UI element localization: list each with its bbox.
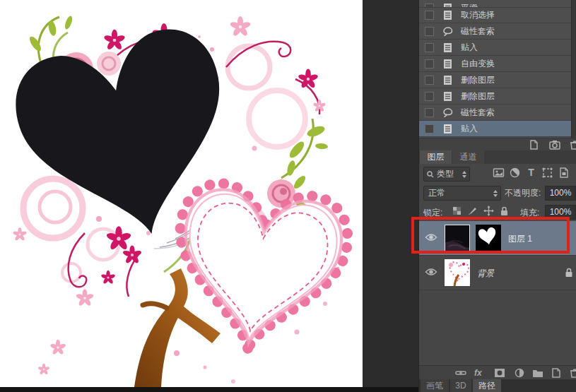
photoshop-window: 平滑 取消选择 磁性套索 贴入 自由变换 xyxy=(0,0,576,392)
history-step-label: 删除图层 xyxy=(461,74,495,86)
filter-type-select[interactable]: 类型 xyxy=(423,167,470,182)
history-panel-footer xyxy=(419,138,576,151)
history-step-label: 贴入 xyxy=(461,42,478,54)
history-step-delete-layer[interactable]: 删除图层 xyxy=(419,88,571,105)
visibility-eye-icon[interactable] xyxy=(425,267,437,277)
filter-type-layers-icon[interactable]: T xyxy=(525,167,537,179)
filter-shape-layers-icon[interactable] xyxy=(541,167,553,179)
link-layers-icon[interactable] xyxy=(455,368,466,378)
opacity-label: 不透明度: xyxy=(505,187,541,199)
tab-brush[interactable]: 画笔 xyxy=(421,379,449,392)
history-step-label: 磁性套索 xyxy=(461,107,495,119)
delete-layer-trash-icon[interactable] xyxy=(569,368,576,378)
blend-mode-row: 正常 不透明度: 100% xyxy=(419,182,576,203)
history-step-label: 磁性套索 xyxy=(461,25,495,37)
lock-transparency-icon[interactable] xyxy=(452,206,462,216)
filter-pixel-layers-icon[interactable] xyxy=(493,167,505,179)
background-lock-icon xyxy=(565,268,573,278)
tab-layers[interactable]: 图层 xyxy=(420,150,452,164)
chevron-updown-icon xyxy=(462,171,466,178)
lasso-icon xyxy=(442,26,453,37)
new-snapshot-camera-icon[interactable] xyxy=(549,140,560,150)
delete-history-trash-icon[interactable] xyxy=(569,140,576,150)
canvas-pasteboard xyxy=(363,0,418,387)
new-group-folder-icon[interactable] xyxy=(532,368,543,378)
layer-name[interactable]: 背景 xyxy=(477,268,494,280)
history-step-label: 自由变换 xyxy=(461,58,495,70)
history-source-checkbox[interactable] xyxy=(425,76,434,85)
search-icon xyxy=(427,171,434,178)
filter-adjustment-layers-icon[interactable] xyxy=(509,167,521,179)
background-thumbnail[interactable] xyxy=(445,259,470,286)
document-icon xyxy=(442,59,453,69)
tab-3d[interactable]: 3D xyxy=(450,379,471,392)
history-step-label: 取消选择 xyxy=(461,9,495,21)
history-source-checkbox[interactable] xyxy=(425,43,434,52)
history-step-paste-into-selected[interactable]: 贴入 xyxy=(419,121,571,137)
history-source-checkbox[interactable] xyxy=(425,124,434,133)
add-layer-mask-icon[interactable] xyxy=(494,368,505,378)
history-scrollbar[interactable] xyxy=(571,0,576,138)
history-step-label: 贴入 xyxy=(461,123,478,135)
history-source-checkbox[interactable] xyxy=(425,27,434,36)
blend-mode-select[interactable]: 正常 xyxy=(423,186,501,201)
history-step-magnetic-lasso[interactable]: 磁性套索 xyxy=(419,23,571,40)
history-source-checkbox[interactable] xyxy=(425,59,434,69)
history-source-checkbox[interactable] xyxy=(425,11,434,20)
history-step-deselect[interactable]: 取消选择 xyxy=(419,7,571,23)
history-panel: 平滑 取消选择 磁性套索 贴入 自由变换 xyxy=(419,0,576,150)
new-layer-icon[interactable] xyxy=(551,368,562,378)
document-icon xyxy=(442,42,453,53)
heart-tree-artwork xyxy=(0,0,363,387)
new-adjustment-layer-icon[interactable] xyxy=(514,368,525,378)
lock-all-icon[interactable] xyxy=(499,206,510,216)
document-canvas[interactable] xyxy=(0,0,363,387)
layer-row-background[interactable]: 背景 xyxy=(419,256,576,290)
tab-channels[interactable]: 通道 xyxy=(452,150,484,164)
opacity-value[interactable]: 100% xyxy=(545,186,576,201)
blend-mode-value: 正常 xyxy=(428,187,445,199)
history-source-checkbox[interactable] xyxy=(425,108,434,117)
new-document-from-state-icon[interactable] xyxy=(528,140,539,150)
history-step-free-transform[interactable]: 自由变换 xyxy=(419,56,571,72)
history-source-checkbox[interactable] xyxy=(425,92,434,101)
filter-type-label: 类型 xyxy=(437,168,454,180)
tab-paths[interactable]: 路径 xyxy=(473,379,501,392)
document-icon xyxy=(442,75,453,85)
lasso-icon xyxy=(442,107,453,118)
document-icon xyxy=(442,10,453,20)
layer-style-fx-icon[interactable]: fx xyxy=(474,368,486,378)
layers-panel-footer: fx xyxy=(419,365,576,380)
document-icon xyxy=(442,124,453,134)
history-step-paste-into[interactable]: 贴入 xyxy=(419,40,571,56)
red-highlight-annotation xyxy=(411,217,570,254)
filter-smart-objects-icon[interactable] xyxy=(558,167,570,179)
lock-position-move-icon[interactable] xyxy=(483,206,494,216)
layers-empty-area xyxy=(419,290,576,365)
layers-filter-row: 类型 T xyxy=(419,164,576,182)
lock-pixels-brush-icon[interactable] xyxy=(467,206,478,216)
history-step-magnetic-lasso[interactable]: 磁性套索 xyxy=(419,105,571,121)
panel-column: 平滑 取消选择 磁性套索 贴入 自由变换 xyxy=(418,0,576,392)
chevron-updown-icon xyxy=(493,190,498,197)
document-icon xyxy=(442,91,453,102)
history-step-label: 删除图层 xyxy=(461,90,495,102)
layers-panel-tabbar: 图层 通道 xyxy=(419,150,576,164)
bottom-panel-tabbar: 画笔 3D 路径 xyxy=(419,379,576,392)
document-window-edge xyxy=(0,387,418,392)
history-step-delete-layer[interactable]: 删除图层 xyxy=(419,72,571,88)
